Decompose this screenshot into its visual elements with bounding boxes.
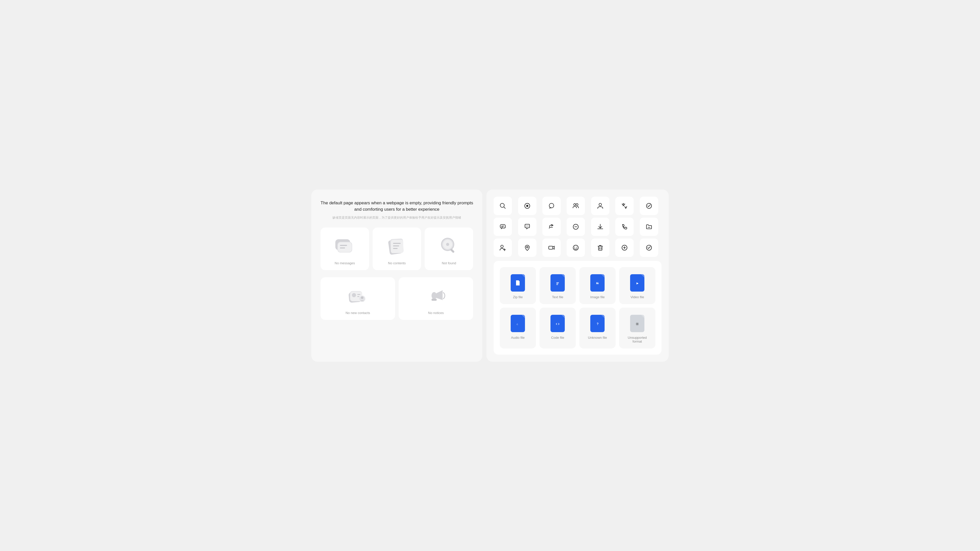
svg-rect-48 [549, 246, 553, 249]
icons-section [493, 197, 662, 257]
image-file-card: Image file [579, 267, 616, 304]
svg-point-33 [599, 203, 601, 206]
code-file-icon [550, 315, 565, 332]
empty-states-row1: No messages No contents [321, 227, 473, 270]
add-person-icon-btn[interactable] [493, 238, 512, 257]
zip-file-card: ZIP Zip file [500, 267, 536, 304]
files-section: ZIP Zip file Text fi [493, 261, 662, 354]
icons-grid [493, 197, 662, 257]
no-messages-icon [333, 235, 356, 258]
search-icon-btn[interactable] [493, 197, 512, 215]
svg-rect-52 [598, 246, 602, 250]
svg-point-29 [526, 205, 528, 207]
no-messages-card: No messages [321, 227, 369, 270]
svg-line-27 [504, 207, 505, 208]
audio-file-label: Audio file [511, 336, 525, 340]
svg-rect-8 [393, 243, 401, 244]
svg-point-51 [576, 247, 577, 248]
svg-point-19 [352, 293, 356, 297]
no-messages-label: No messages [334, 261, 355, 265]
svg-rect-10 [393, 248, 398, 249]
no-notices-card: No notices [399, 277, 473, 320]
zip-file-icon: ZIP [511, 274, 525, 292]
svg-point-23 [361, 297, 363, 299]
text-file-card: Text file [539, 267, 576, 304]
no-contents-icon [385, 235, 408, 258]
text-file-icon [550, 274, 565, 292]
person-icon-btn[interactable] [591, 197, 609, 215]
no-notices-icon [425, 284, 447, 307]
svg-point-50 [574, 247, 575, 248]
page-title: The default page appears when a webpage … [321, 200, 473, 213]
video-file-label: Video file [630, 295, 644, 299]
svg-rect-20 [357, 294, 360, 295]
no-contents-card: No contents [372, 227, 421, 270]
image-file-label: Image file [590, 295, 605, 299]
not-found-card: Not found [425, 227, 473, 270]
svg-text:ZIP: ZIP [517, 282, 520, 284]
message-circle-icon-btn[interactable] [542, 197, 561, 215]
no-new-contacts-icon [346, 284, 369, 307]
right-panel: ZIP Zip file Text fi [487, 189, 669, 362]
svg-rect-25 [431, 299, 437, 301]
page-subtitle: 缺省页是页面无内容时展示的页面，为了提供更好的用户体验给予用户友好提示及安抚用户… [321, 215, 473, 220]
svg-point-47 [527, 246, 528, 248]
svg-point-40 [528, 225, 528, 226]
svg-rect-60 [556, 283, 559, 283]
svg-rect-61 [556, 283, 558, 284]
task-icon-btn[interactable] [640, 197, 658, 215]
download-icon-btn[interactable] [591, 218, 609, 236]
svg-point-38 [526, 225, 526, 226]
svg-rect-21 [357, 296, 360, 297]
group-icon-btn[interactable] [566, 197, 585, 215]
svg-point-44 [501, 245, 503, 248]
zip-file-label: Zip file [513, 295, 523, 299]
svg-rect-3 [340, 245, 347, 246]
svg-point-39 [527, 225, 527, 226]
no-new-contacts-card: No new contacts [321, 277, 395, 320]
video-file-icon [630, 274, 644, 292]
unsupported-format-card: Unsupported format [619, 308, 655, 348]
check-circle-icon-btn[interactable] [640, 238, 658, 257]
unsupported-format-icon [630, 315, 644, 332]
svg-point-32 [576, 203, 578, 206]
no-notices-label: No notices [428, 311, 444, 315]
emoji-icon-btn[interactable] [566, 238, 585, 257]
not-found-label: Not found [442, 261, 456, 265]
unknown-file-card: ? Unknown file [579, 308, 616, 348]
image-file-icon [590, 274, 605, 292]
phone-icon-btn[interactable] [615, 218, 634, 236]
svg-rect-4 [340, 248, 345, 248]
chat-dots-icon-btn[interactable] [518, 218, 536, 236]
no-new-contacts-label: No new contacts [345, 311, 370, 315]
trash-icon-btn[interactable] [591, 238, 609, 257]
svg-point-30 [549, 203, 554, 208]
svg-rect-9 [393, 245, 399, 246]
svg-text:?: ? [597, 322, 598, 326]
unknown-file-label: Unknown file [588, 336, 607, 340]
not-found-icon [438, 235, 460, 258]
share-icon-btn[interactable] [542, 218, 561, 236]
left-panel: The default page appears when a webpage … [311, 189, 482, 362]
plus-circle-icon-btn[interactable] [615, 238, 634, 257]
record-icon-btn[interactable] [518, 197, 536, 215]
unsupported-format-label: Unsupported format [623, 336, 651, 343]
svg-rect-2 [338, 242, 352, 252]
video-icon-btn[interactable] [542, 238, 561, 257]
empty-states-row2: No new contacts [321, 277, 473, 320]
files-grid: ZIP Zip file Text fi [500, 267, 655, 348]
main-container: The default page appears when a webpage … [311, 189, 669, 362]
video-file-card: Video file [619, 267, 655, 304]
svg-point-31 [574, 203, 576, 206]
minus-circle-icon-btn[interactable] [566, 218, 585, 236]
unknown-file-icon: ? [590, 315, 605, 332]
folder-icon-btn[interactable] [640, 218, 658, 236]
audio-file-card: ♫ Audio file [500, 308, 536, 348]
translate-icon-btn[interactable] [615, 197, 634, 215]
no-contents-label: No contents [388, 261, 406, 265]
text-file-label: Text file [552, 295, 563, 299]
location-icon-btn[interactable] [518, 238, 536, 257]
svg-point-64 [597, 282, 597, 283]
comment-icon-btn[interactable] [493, 218, 512, 236]
svg-point-15 [446, 243, 449, 246]
